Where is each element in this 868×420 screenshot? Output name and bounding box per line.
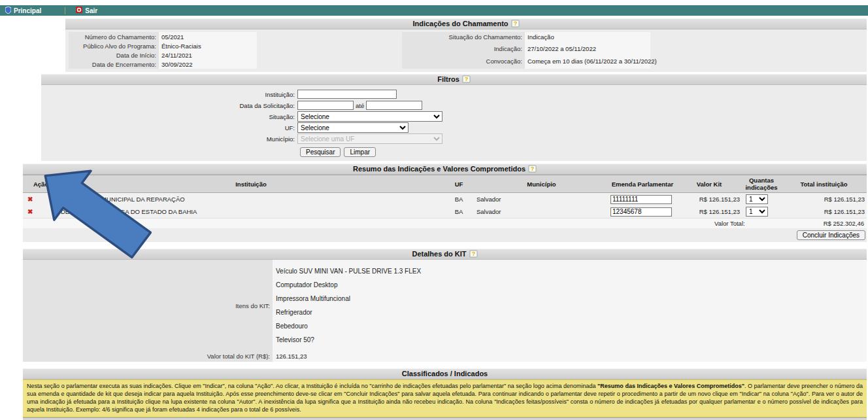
municipio-label: Município:	[41, 135, 297, 143]
note-text: Nesta seção o parlamentar executa as sua…	[27, 383, 597, 389]
uf-select[interactable]: Selecione	[297, 122, 409, 133]
valor-kit-cell: R$ 126.151,23	[676, 205, 742, 218]
data-fim-input[interactable]	[366, 101, 422, 110]
section-indicacoes-chamamento: Indicações do Chamamento ? Número do Cha…	[65, 18, 867, 72]
field-label: Situação do Chamamento:	[402, 32, 525, 44]
col-acao: Ação	[23, 175, 59, 193]
col-historico: Histórico	[669, 417, 712, 420]
menu-principal-label: Principal	[14, 7, 41, 14]
col-municipio: Município	[475, 175, 609, 193]
app-menubar: Principal Sair	[0, 5, 868, 16]
help-icon[interactable]: ?	[469, 250, 478, 258]
menu-principal[interactable]: Principal	[5, 7, 41, 15]
col-instituicao: Instituição	[108, 417, 427, 420]
field-value: 27/10/2022 a 05/11/2022	[525, 44, 650, 57]
col-indicacoes-feitas: Indicações Feitas / Possíveis	[752, 417, 807, 420]
section-resumo: Resumo das Indicações e Valores Comprome…	[23, 164, 867, 242]
kit-valor-label: Valor total do KIT (R$):	[23, 351, 273, 362]
field-value: Começa em 10 dias (06/11/2022 a 30/11/20…	[525, 56, 650, 69]
list-item: Veículo SUV MINI VAN - PULSE DRIVE 1.3 F…	[276, 268, 867, 275]
field-label: Indicação:	[402, 44, 525, 57]
col-emenda: Emenda Parlamentar	[609, 175, 676, 193]
data-solicitacao-label: Data da Solicitação:	[41, 102, 297, 109]
section-title-filtros: Filtros ?	[41, 74, 867, 85]
list-item: Impressora Multifuncional	[276, 295, 867, 302]
emenda-input[interactable]	[610, 207, 672, 217]
col-situacao: Situação	[622, 417, 669, 420]
col-uf: UF	[443, 175, 475, 193]
kit-items-list: Veículo SUV MINI VAN - PULSE DRIVE 1.3 F…	[273, 260, 867, 351]
svg-text:?: ?	[465, 76, 469, 82]
menu-sair-label: Sair	[85, 7, 97, 14]
municipio-select[interactable]: Selecione uma UF	[297, 133, 442, 144]
section-title-kit: Detalhes do KIT ?	[23, 249, 867, 260]
field-label: Data de Início:	[69, 50, 159, 60]
section-title-resumo: Resumo das Indicações e Valores Comprome…	[23, 164, 867, 175]
uf-cell: BA	[443, 205, 475, 218]
page-title: Indicações do Chamamento	[412, 20, 508, 27]
field-label: Público Alvo do Programa:	[69, 41, 159, 50]
svg-text:?: ?	[471, 251, 475, 257]
quantas-select[interactable]: 1	[746, 207, 768, 217]
col-municipio: Município	[454, 417, 569, 420]
total-cell: R$ 126.151,23	[781, 193, 867, 206]
field-label: Número do Chamamento:	[69, 32, 159, 41]
list-item: Televisor 50?	[276, 336, 867, 343]
limpar-button[interactable]: Limpar	[344, 147, 376, 157]
instructions-note: Nesta seção o parlamentar executa as sua…	[23, 379, 867, 417]
ate-label: até	[356, 102, 364, 109]
emenda-input[interactable]	[610, 195, 672, 204]
help-icon[interactable]: ?	[528, 165, 537, 173]
field-value: 05/2021	[159, 32, 257, 41]
situacao-select[interactable]: Selecione	[297, 111, 442, 122]
total-cell: R$ 126.151,23	[781, 205, 867, 218]
field-label: Data de Encerramento:	[69, 60, 159, 69]
field-value: 30/09/2022	[159, 60, 257, 69]
resumo-table: Ação Instituição UF Município Emenda Par…	[23, 175, 867, 218]
valor-total-row: Valor Total: R$ 252.302,46	[23, 218, 867, 228]
valor-kit-cell: R$ 126.151,23	[676, 193, 742, 206]
valor-total-value: R$ 252.302,46	[824, 220, 864, 227]
menu-sair[interactable]: Sair	[76, 7, 97, 14]
col-instituicao: Instituição	[59, 175, 443, 193]
field-label: Convocação:	[402, 56, 525, 69]
quantas-select[interactable]: 1	[746, 194, 768, 204]
instituicao-cell: SECRETARIA MUNICIPAL DA REPARAÇÃO	[59, 193, 443, 206]
col-acao: Ação	[23, 417, 108, 420]
section-filtros: Filtros ? Instituição: Data da Solicitaç…	[41, 74, 867, 161]
field-value: 24/11/2021	[159, 50, 257, 60]
kit-valor-value: 126.151,23	[273, 351, 867, 362]
logout-icon	[76, 7, 82, 14]
resumo-title: Resumo das Indicações e Valores Comprome…	[353, 165, 526, 173]
municipio-cell: Salvador	[475, 193, 609, 206]
pesquisar-button[interactable]: Pesquisar	[300, 147, 341, 157]
municipio-cell: Salvador	[475, 205, 609, 218]
col-total: Total instituição	[781, 175, 867, 193]
section-title-classificados: Classificados / Indicados	[23, 368, 867, 379]
classificados-title: Classificados / Indicados	[402, 370, 488, 377]
svg-text:?: ?	[513, 20, 517, 27]
uf-label: UF:	[41, 124, 297, 131]
chamamento-fields-right: Situação do Chamamento: Indicação Indica…	[402, 32, 650, 69]
chamamento-fields-left: Número do Chamamento: 05/2021 Público Al…	[69, 32, 257, 69]
situacao-label: Situação:	[41, 113, 297, 120]
concluir-indicacoes-button[interactable]: Concluir Indicações	[797, 230, 865, 240]
itens-kit-label: Itens do KIT:	[23, 260, 273, 351]
list-item: Refrigerador	[276, 309, 867, 316]
delete-icon[interactable]: ✖	[25, 208, 33, 215]
col-valor-kit: Valor Kit	[676, 175, 742, 193]
col-data-solicitacao: Data da Solicitação	[569, 417, 622, 420]
section-detalhes-kit: Detalhes do KIT ? Itens do KIT: Veículo …	[23, 249, 867, 362]
col-quantas: Quantas indicações	[742, 175, 781, 193]
list-item: Bebedouro	[276, 323, 867, 330]
field-value: Étnico-Raciais	[159, 41, 257, 50]
help-icon[interactable]: ?	[511, 20, 520, 27]
help-icon[interactable]: ?	[462, 75, 471, 83]
list-item: Computador Desktop	[276, 281, 867, 289]
valor-total-label: Valor Total:	[714, 220, 745, 227]
svg-text:?: ?	[531, 166, 535, 172]
instituicao-input[interactable]	[297, 90, 397, 99]
delete-icon[interactable]: ✖	[25, 196, 33, 203]
field-value: Indicação	[525, 32, 650, 44]
data-inicio-input[interactable]	[297, 101, 354, 110]
